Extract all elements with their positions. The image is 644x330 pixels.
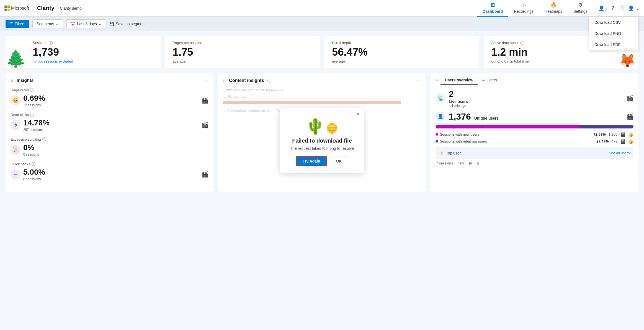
try-again-button[interactable]: Try Again — [296, 156, 327, 166]
insights-more-icon[interactable]: ··· — [204, 78, 208, 84]
filters-button[interactable]: ☰ Filters — [6, 20, 29, 28]
content-insights-drag-handle[interactable]: ⠿ — [223, 78, 226, 83]
dead-clicks-label: Dead clicks — [11, 113, 29, 117]
download-dropdown-menu: Download CSV Download PNG Download PDF — [589, 17, 638, 50]
rage-clicks-item: Rage clicks i 😖 0.69% 12 sessions 🎬 — [11, 88, 208, 107]
save-icon: 💾 — [109, 22, 114, 26]
users-overview-panel: ⠿ Users overview All users ··· 📡 2 Live … — [431, 73, 638, 192]
download-csv-item[interactable]: Download CSV — [589, 17, 638, 28]
active-time-info-icon[interactable]: i — [520, 41, 524, 45]
dashboard-icon: ⊞ — [491, 2, 495, 8]
top-user-action-icon[interactable]: ⊞ — [476, 161, 480, 165]
insights-panel-header: ⠿ Insights ··· — [11, 78, 208, 84]
tab-users-overview[interactable]: Users overview — [441, 76, 478, 85]
segments-button[interactable]: Segments ⌄ — [32, 19, 63, 28]
dialog-close-button[interactable]: ✕ — [356, 111, 360, 117]
segments-chevron-icon: ⌄ — [56, 22, 59, 26]
project-selector[interactable]: Clarity demo ⌄ — [60, 6, 86, 11]
excessive-scrolling-info-icon[interactable]: i — [42, 137, 46, 141]
scroll-value: 56.47% — [332, 47, 472, 58]
live-users-icon: 📡 — [436, 93, 445, 103]
new-users-dot — [436, 133, 438, 136]
heatmaps-icon: 🔥 — [550, 2, 557, 8]
insights-drag-handle[interactable]: ⠿ — [11, 78, 13, 83]
sessions-sub: 47 bot sessions excluded — [33, 59, 153, 63]
tab-settings[interactable]: ⚙ Settings — [568, 0, 593, 17]
quick-backs-item: Quick backs i ↩ 5.00% 87 sessions 🎬 — [11, 162, 208, 181]
content-insights-more-icon[interactable]: ··· — [417, 78, 421, 84]
filters-label: Filters — [15, 22, 25, 26]
ok-button[interactable]: OK — [330, 156, 348, 166]
see-all-users-link[interactable]: See all users — [609, 151, 630, 155]
returning-users-thumb-icon[interactable]: 👍 — [628, 139, 633, 144]
unique-users-icon: 👤 — [436, 112, 445, 122]
main-content: ⠿ Insights ··· Rage clicks i 😖 0.69% 12 … — [0, 68, 644, 196]
quick-backs-label: Quick backs — [11, 162, 30, 166]
live-users-sub: < 1 min ago — [449, 104, 468, 108]
tab-all-users[interactable]: All users — [478, 76, 501, 85]
calendar-icon: 📅 — [71, 22, 75, 26]
nav-right: 👤+ ? 📄 👤 ⌄ — [598, 5, 640, 11]
account-icon[interactable]: 👤 ⌄ — [628, 5, 640, 11]
dialog-illustration: 🌵 🪙 — [290, 117, 354, 135]
new-users-legend-label: Sessions with new users — [440, 132, 592, 136]
help-icon[interactable]: ? — [611, 5, 614, 11]
content-insights-info-icon[interactable]: i — [267, 79, 271, 82]
live-users-video-icon[interactable]: 🎬 — [627, 95, 633, 102]
rage-clicks-video-icon[interactable]: 🎬 — [202, 97, 208, 104]
rage-clicks-label: Rage clicks — [11, 88, 29, 92]
nav-divider — [34, 5, 34, 12]
coin-icon: 🪙 — [326, 122, 338, 134]
tab-dashboard[interactable]: ⊞ Dashboard — [477, 0, 508, 17]
lastdays-button[interactable]: 📅 Last 3 days ⌄ — [66, 19, 106, 28]
top-user-bar: ★ Top user See all users — [436, 147, 633, 159]
tab-recordings[interactable]: ▷ Recordings — [508, 0, 539, 17]
rage-clicks-info-icon[interactable]: i — [30, 88, 34, 92]
quick-backs-video-icon[interactable]: 🎬 — [202, 171, 208, 178]
download-png-item[interactable]: Download PNG — [589, 28, 638, 39]
ms-grid-icon — [4, 6, 10, 11]
scroll-label: Scroll depth — [332, 41, 472, 45]
project-name: Clarity demo — [60, 6, 82, 11]
live-users-info: 2 Live users < 1 min ago — [449, 89, 468, 108]
nav-tabs: ⊞ Dashboard ▷ Recordings 🔥 Heatmaps ⚙ Se… — [477, 0, 593, 17]
unique-users-info: 1,376 Unique users — [449, 112, 499, 122]
returning-users-legend-row: Sessions with returning users 27.47% 479… — [436, 139, 633, 144]
dead-clicks-video-icon[interactable]: 🎬 — [202, 122, 208, 128]
lastdays-label: Last 3 days — [77, 22, 97, 26]
live-users-label: Live users — [449, 99, 468, 104]
dialog-overlay: ✕ 🌵 🪙 Failed to download file The reques… — [218, 89, 426, 192]
quick-backs-info-icon[interactable]: i — [32, 162, 35, 166]
settings-icon: ⚙ — [578, 2, 583, 8]
tab-heatmaps[interactable]: 🔥 Heatmaps — [539, 0, 568, 17]
new-users-video-icon[interactable]: 🎬 — [620, 132, 626, 137]
tab-recordings-label: Recordings — [514, 9, 534, 14]
dead-clicks-info-icon[interactable]: i — [30, 113, 34, 117]
active-time-sub: out of 6.0 min total time — [491, 59, 631, 63]
unique-users-label: Unique users — [474, 116, 499, 120]
new-users-count: 1,265 — [608, 132, 617, 136]
dialog-subtitle: The request takes too long to resolve — [290, 146, 354, 151]
tab-settings-label: Settings — [573, 9, 588, 14]
sessions-info-icon[interactable]: i — [49, 41, 53, 45]
stat-sessions: 🌲 Sessions i 1,739 47 bot sessions exclu… — [6, 36, 161, 68]
new-users-thumb-icon[interactable]: 👍 — [628, 132, 633, 137]
stat-pages-per-session: Pages per session 1.75 average — [165, 36, 320, 68]
returning-users-legend-label: Sessions with returning users — [440, 139, 595, 143]
unique-users-video-icon[interactable]: 🎬 — [627, 113, 633, 120]
dialog-title: Failed to download file — [290, 138, 354, 144]
new-returning-bar — [436, 125, 633, 128]
save-segment-button[interactable]: 💾 Save as segment — [109, 22, 146, 26]
docs-icon[interactable]: 📄 — [618, 5, 624, 11]
content-insights-title: Content insights — [229, 78, 264, 83]
pages-sub: average — [173, 59, 312, 63]
share-icon[interactable]: 👤+ — [598, 5, 607, 11]
users-more-icon[interactable]: ··· — [629, 77, 633, 85]
content-insights-panel-header: ⠿ Content insights i ··· — [223, 78, 421, 84]
sessions-label: Sessions i — [33, 41, 153, 45]
dead-clicks-icon: 🖱 — [11, 120, 20, 130]
download-pdf-item[interactable]: Download PDF — [589, 39, 638, 50]
users-drag-handle[interactable]: ⠿ — [436, 73, 439, 85]
unique-users-value: 1,376 — [449, 112, 471, 122]
returning-users-video-icon[interactable]: 🎬 — [620, 139, 626, 144]
